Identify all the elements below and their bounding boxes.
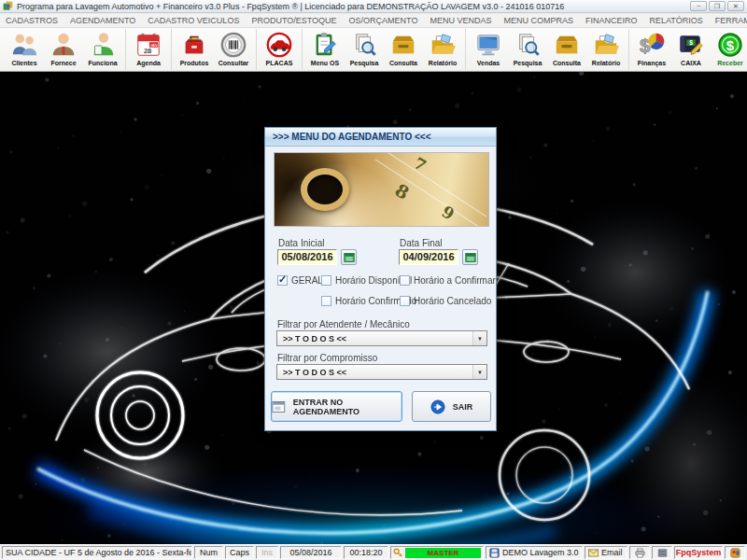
toolbar-group: PLACAS [257, 29, 303, 70]
toolbar-label: Receber [717, 60, 743, 66]
cashbook-icon: $ [677, 31, 705, 59]
filtro-atendente-select[interactable]: >> T O D O S << ▼ [276, 330, 487, 346]
calendar-icon: JAN28 [134, 31, 162, 59]
menu-item-ferramentas[interactable]: FERRAMENTAS [715, 16, 747, 25]
menu-os-button[interactable]: Menu OS [305, 29, 345, 70]
sales-icon [474, 31, 502, 59]
sair-button[interactable]: SAIR [412, 391, 491, 422]
status-time: 00:18:20 [344, 546, 388, 559]
svg-text:$: $ [689, 39, 693, 47]
menu-item-cadastro-veiculos[interactable]: CADASTRO VEICULOS [148, 16, 239, 25]
vendas-relatorio-button[interactable]: Relatório [586, 29, 626, 70]
menu-item-agendamento[interactable]: AGENDAMENTO [70, 16, 135, 25]
toolbar-label: Funciona [88, 60, 117, 66]
clientes-button[interactable]: Clientes [5, 29, 44, 70]
window-open-icon [272, 399, 286, 414]
finance-icon: $ [638, 31, 666, 59]
caixa-button[interactable]: $CAIXA [671, 29, 711, 70]
agendamento-dialog: >>> MENU DO AGENDAMENTO <<< 7 8 9 Data I… [264, 127, 497, 431]
funciona-button[interactable]: Funciona [83, 29, 122, 70]
consultar-button[interactable]: Consultar [214, 29, 253, 70]
toolbar-group: VendasPesquisaConsultaRelatório [466, 29, 629, 70]
agenda-button[interactable]: JAN28Agenda [129, 29, 168, 70]
os-relatorio-button[interactable]: Relatório [423, 29, 462, 70]
clients-icon [10, 31, 38, 59]
menu-item-financeiro[interactable]: FINANCEIRO [585, 16, 638, 25]
close-button[interactable]: ✕ [727, 1, 744, 11]
data-inicial-input[interactable]: 05/08/2016 [277, 249, 337, 265]
toolbar-group: JAN28Agenda [126, 29, 172, 70]
status-printer[interactable] [629, 546, 650, 559]
entrar-agendamento-button[interactable]: ENTRAR NO AGENDAMENTO [271, 391, 402, 422]
chevron-down-icon: ▼ [472, 365, 486, 379]
menu-item-cadastros[interactable]: CADASTROS [6, 16, 58, 25]
financas-button[interactable]: $Finanças [632, 29, 671, 70]
checkbox-horario-a-confirmar[interactable]: ✓ Horário a Confirmar [400, 275, 496, 286]
toolbar-group: $Finanças$CAIXA$Receber$A Pagar [629, 29, 747, 70]
disk-icon [489, 548, 500, 558]
app-icon [3, 1, 13, 11]
fornece-button[interactable]: Fornece [44, 29, 83, 70]
data-inicial-calendar-button[interactable] [341, 249, 357, 265]
data-final-input[interactable]: 04/09/2016 [399, 249, 458, 265]
vendas-consulta-button[interactable]: Consulta [547, 29, 586, 70]
restore-button[interactable]: ❐ [709, 1, 726, 11]
toolbar-group: ClientesForneceFunciona [2, 29, 126, 70]
vendas-button[interactable]: Vendas [469, 29, 508, 70]
receber-button[interactable]: $Receber [711, 29, 747, 70]
receive-icon: $ [716, 31, 744, 59]
report-icon [592, 31, 620, 59]
os-pesquisa-button[interactable]: Pesquisa [345, 29, 384, 70]
supplier-icon [49, 31, 78, 59]
computer-network-icon [657, 548, 668, 558]
car-plate-icon [265, 31, 293, 59]
status-email[interactable]: Email [585, 546, 627, 559]
toolbar-label: Consulta [553, 60, 581, 66]
svg-text:$: $ [640, 35, 651, 56]
menu-item-produto-estoque[interactable]: PRODUTO/ESTOQUE [251, 16, 336, 25]
menu-bar: CADASTROSAGENDAMENTOCADASTRO VEICULOSPRO… [0, 14, 747, 28]
status-user-panel: MASTER [390, 546, 484, 559]
toolbar-label: Clientes [11, 60, 36, 66]
checkbox-horario-disponivel[interactable]: ✓ Horário Disponível [321, 275, 412, 286]
status-badge [725, 546, 745, 559]
application-window: Programa para Lavagem Automotivo + Finan… [0, 0, 747, 560]
printer-icon [635, 548, 645, 558]
svg-text:28: 28 [144, 47, 151, 55]
toolbar-label: Menu OS [311, 60, 339, 66]
badge-icon [730, 548, 740, 558]
search-docs-icon [350, 31, 378, 59]
status-network[interactable] [652, 546, 672, 559]
minimize-button[interactable]: − [690, 1, 707, 11]
main-toolbar: ClientesForneceFuncionaJAN28AgendaProdut… [0, 28, 747, 72]
data-final-label: Data Final [400, 238, 443, 248]
toolbar-group: Menu OSPesquisaConsultaRelatório [303, 29, 466, 70]
dialog-titlebar[interactable]: >>> MENU DO AGENDAMENTO <<< [265, 128, 496, 147]
toolbar-label: PLACAS [266, 60, 293, 66]
checkbox-horario-cancelado[interactable]: ✓ Horário Cancelado [400, 296, 491, 306]
menu-item-menu-compras[interactable]: MENU COMPRAS [503, 16, 573, 25]
drawer-icon [389, 31, 417, 59]
calendar-photo: 7 8 9 [274, 152, 489, 227]
os-consulta-button[interactable]: Consulta [384, 29, 423, 70]
filtro-compromisso-label: Filtrar por Compromisso [277, 353, 377, 363]
status-user: MASTER [405, 548, 481, 558]
produtos-button[interactable]: Produtos [175, 29, 214, 70]
window-titlebar: Programa para Lavagem Automotivo + Finan… [0, 0, 747, 13]
status-date: 05/08/2016 [280, 546, 342, 559]
checkbox-geral[interactable]: ✓ GERAL [277, 275, 323, 286]
vendas-pesquisa-button[interactable]: Pesquisa [508, 29, 547, 70]
products-icon [180, 31, 208, 59]
filtro-compromisso-select[interactable]: >> T O D O S << ▼ [276, 364, 487, 380]
chevron-down-icon: ▼ [472, 331, 486, 345]
menu-item-relatórios[interactable]: RELATÓRIOS [649, 16, 702, 25]
calendar-picker-icon [344, 252, 355, 263]
menu-item-os-orçamento[interactable]: OS/ORÇAMENTO [349, 16, 418, 25]
status-app-panel: DEMO Lavagem 3.0 [486, 546, 583, 559]
window-title: Programa para Lavagem Automotivo + Finan… [17, 2, 564, 11]
menu-item-menu-vendas[interactable]: MENU VENDAS [430, 16, 491, 25]
placas-button[interactable]: PLACAS [260, 29, 299, 70]
barcode-icon [219, 31, 247, 59]
data-final-calendar-button[interactable] [462, 249, 478, 265]
status-caps-lock: Caps [225, 546, 254, 559]
